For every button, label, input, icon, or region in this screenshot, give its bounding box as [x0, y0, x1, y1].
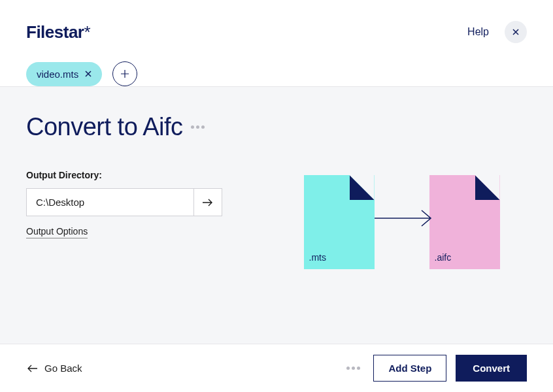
- dot-icon: [352, 367, 355, 370]
- output-directory-label: Output Directory:: [26, 170, 276, 180]
- arrow-right-icon: [202, 198, 214, 207]
- dot-icon: [191, 125, 194, 129]
- add-file-button[interactable]: [112, 61, 137, 86]
- header: Filestar* Help video.mts: [0, 0, 553, 86]
- file-chips: video.mts: [26, 61, 527, 86]
- source-file-icon: .mts: [304, 175, 375, 269]
- output-directory-row: [26, 188, 222, 216]
- header-right: Help: [467, 21, 527, 43]
- output-options-link[interactable]: Output Options: [26, 226, 88, 238]
- close-button[interactable]: [505, 21, 527, 43]
- close-icon: [512, 28, 520, 36]
- add-step-button[interactable]: Add Step: [373, 355, 446, 382]
- footer: Go Back Add Step Convert: [0, 344, 553, 392]
- main-left: Convert to Aifc Output Directory: Output…: [26, 113, 276, 318]
- dot-icon: [357, 367, 360, 370]
- file-chip[interactable]: video.mts: [26, 62, 102, 86]
- source-file-ext: .mts: [309, 252, 326, 263]
- footer-right: Add Step Convert: [346, 355, 527, 382]
- file-chip-label: video.mts: [37, 69, 78, 80]
- go-back-label: Go Back: [44, 363, 82, 374]
- dot-icon: [196, 125, 199, 129]
- file-chip-remove[interactable]: [85, 69, 92, 78]
- dot-icon: [201, 125, 205, 129]
- destination-file-icon: .aifc: [429, 175, 500, 269]
- logo: Filestar*: [26, 22, 90, 42]
- title-menu-button[interactable]: [191, 125, 205, 129]
- output-directory-input[interactable]: [26, 188, 193, 216]
- main: Convert to Aifc Output Directory: Output…: [0, 86, 553, 344]
- destination-file-ext: .aifc: [435, 252, 452, 263]
- help-link[interactable]: Help: [467, 26, 489, 38]
- close-icon: [85, 71, 92, 77]
- plus-icon: [120, 69, 129, 78]
- logo-text: Filestar: [26, 22, 84, 42]
- page-title: Convert to Aifc: [26, 113, 183, 141]
- go-back-button[interactable]: Go Back: [26, 363, 82, 374]
- main-right: .mts .aifc: [276, 113, 527, 318]
- logo-star-icon: *: [84, 22, 91, 42]
- conversion-arrow-icon: [375, 209, 420, 230]
- arrow-left-icon: [26, 364, 38, 373]
- page-title-row: Convert to Aifc: [26, 113, 276, 141]
- file-diagram: .mts .aifc: [304, 175, 500, 269]
- footer-menu-button[interactable]: [346, 367, 360, 370]
- dot-icon: [346, 367, 350, 370]
- browse-directory-button[interactable]: [193, 188, 222, 216]
- header-top: Filestar* Help: [26, 21, 527, 43]
- convert-button[interactable]: Convert: [456, 355, 527, 382]
